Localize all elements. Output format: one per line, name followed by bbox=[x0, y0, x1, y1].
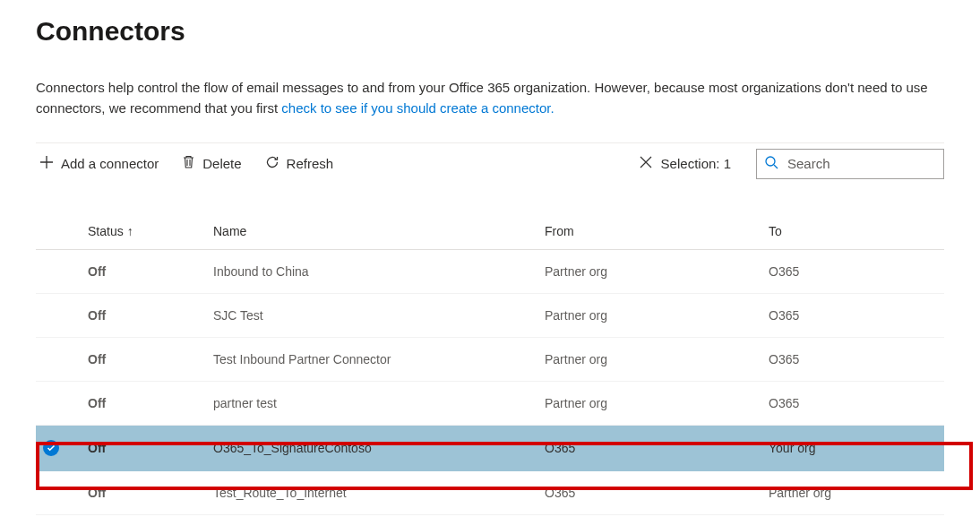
row-to: Your org bbox=[761, 425, 944, 470]
column-header-name[interactable]: Name bbox=[206, 215, 537, 250]
description-link[interactable]: check to see if you should create a conn… bbox=[281, 100, 554, 116]
row-name[interactable]: Test Inbound Partner Connector bbox=[206, 337, 537, 381]
sort-ascending-icon: ↑ bbox=[127, 224, 133, 238]
row-from: Partner org bbox=[537, 381, 761, 425]
table-row[interactable]: OffO365_To_SignatureContosoO365Your org bbox=[36, 425, 944, 470]
row-to: O365 bbox=[761, 381, 944, 425]
row-select-cell[interactable] bbox=[36, 381, 81, 425]
connectors-table: Status↑ Name From To OffInbound to China… bbox=[36, 215, 944, 515]
clear-selection-button[interactable]: Selection: 1 bbox=[640, 156, 731, 171]
refresh-button[interactable]: Refresh bbox=[262, 151, 338, 176]
table-row[interactable]: OffSJC TestPartner orgO365 bbox=[36, 293, 944, 337]
table-row[interactable]: OffTest Inbound Partner ConnectorPartner… bbox=[36, 337, 944, 381]
column-header-from[interactable]: From bbox=[537, 215, 761, 250]
row-name[interactable]: partner test bbox=[206, 381, 537, 425]
delete-label: Delete bbox=[202, 156, 241, 171]
row-status: Off bbox=[81, 293, 206, 337]
row-from: Partner org bbox=[537, 249, 761, 293]
table-row[interactable]: Offpartner testPartner orgO365 bbox=[36, 381, 944, 425]
refresh-label: Refresh bbox=[287, 156, 334, 171]
row-status: Off bbox=[81, 470, 206, 514]
row-name[interactable]: Test_Route_To_Internet bbox=[206, 470, 537, 514]
svg-point-0 bbox=[766, 157, 775, 166]
toolbar: Add a connector Delete Refresh Selection… bbox=[36, 142, 944, 185]
row-name[interactable]: Inbound to China bbox=[206, 249, 537, 293]
row-status: Off bbox=[81, 381, 206, 425]
row-select-cell[interactable] bbox=[36, 249, 81, 293]
column-header-status[interactable]: Status↑ bbox=[81, 215, 206, 250]
page-title: Connectors bbox=[36, 16, 944, 47]
column-header-to[interactable]: To bbox=[761, 215, 944, 250]
add-connector-button[interactable]: Add a connector bbox=[36, 151, 162, 176]
row-name[interactable]: SJC Test bbox=[206, 293, 537, 337]
search-icon bbox=[764, 155, 778, 173]
row-select-cell[interactable] bbox=[36, 425, 81, 470]
close-icon bbox=[640, 156, 652, 171]
row-to: O365 bbox=[761, 293, 944, 337]
search-box[interactable] bbox=[756, 149, 944, 179]
refresh-icon bbox=[265, 155, 279, 172]
table-row[interactable]: OffInbound to ChinaPartner orgO365 bbox=[36, 249, 944, 293]
row-status: Off bbox=[81, 337, 206, 381]
row-from: O365 bbox=[537, 470, 761, 514]
row-select-cell[interactable] bbox=[36, 293, 81, 337]
column-header-select[interactable] bbox=[36, 215, 81, 250]
row-to: O365 bbox=[761, 337, 944, 381]
row-name[interactable]: O365_To_SignatureContoso bbox=[206, 425, 537, 470]
selection-count: 1 bbox=[724, 156, 731, 171]
row-select-cell[interactable] bbox=[36, 337, 81, 381]
row-from: Partner org bbox=[537, 293, 761, 337]
trash-icon bbox=[182, 155, 195, 172]
row-from: Partner org bbox=[537, 337, 761, 381]
delete-button[interactable]: Delete bbox=[178, 151, 245, 176]
selection-label: Selection: bbox=[661, 156, 720, 171]
row-status: Off bbox=[81, 249, 206, 293]
table-row[interactable]: OffTest_Route_To_InternetO365Partner org bbox=[36, 470, 944, 514]
row-status: Off bbox=[81, 425, 206, 470]
add-connector-label: Add a connector bbox=[61, 156, 159, 171]
row-from: O365 bbox=[537, 425, 761, 470]
row-select-cell[interactable] bbox=[36, 470, 81, 514]
search-input[interactable] bbox=[786, 155, 936, 172]
page-description: Connectors help control the flow of emai… bbox=[36, 77, 944, 119]
plus-icon bbox=[39, 155, 54, 172]
row-to: O365 bbox=[761, 249, 944, 293]
checkmark-icon bbox=[43, 440, 59, 456]
row-to: Partner org bbox=[761, 470, 944, 514]
